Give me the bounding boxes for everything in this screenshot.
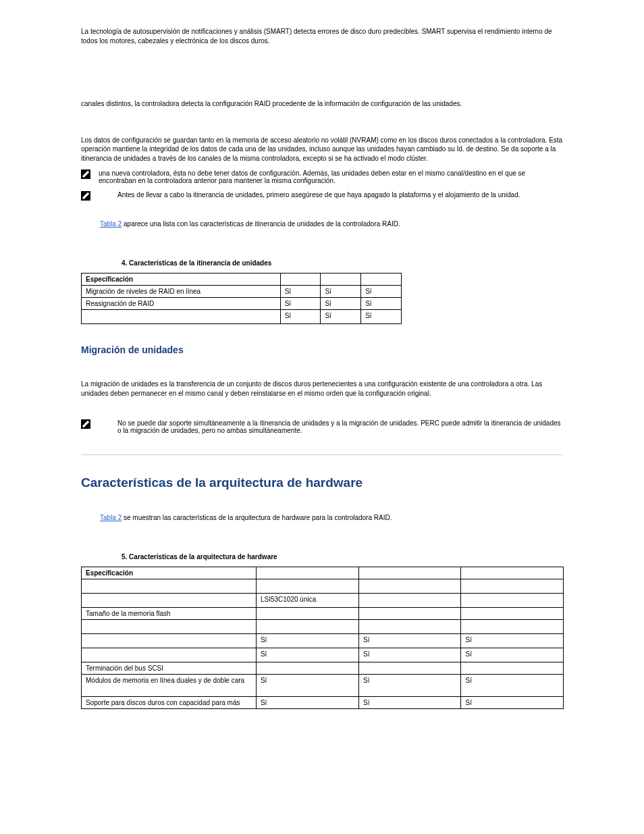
table-row: LSI53C1020 única (82, 594, 564, 608)
table-cell: Sí (461, 675, 564, 697)
spacer (81, 236, 563, 252)
table-cell: LSI53C1020 única (256, 594, 358, 608)
table-cell (358, 620, 461, 634)
table-cell (82, 594, 257, 608)
table-cell: Módulos de memoria en línea duales y de … (82, 675, 257, 697)
table-cell (256, 662, 358, 675)
table-header-row: Especificación (82, 567, 564, 579)
table-cell (82, 620, 257, 634)
table-cell (461, 579, 564, 594)
table-cell (82, 634, 257, 648)
table-header: Especificación (82, 273, 281, 286)
table-hardware: Especificación LSI53C1020 única Tamaño d… (81, 567, 564, 709)
table-cell: Sí (361, 298, 402, 310)
table-header (280, 273, 321, 286)
table1-caption: 4. Características de la itinerancia de … (81, 259, 563, 268)
heading-migration: Migración de unidades (81, 344, 563, 355)
table-cell: Sí (280, 298, 321, 310)
table-cell (256, 608, 358, 620)
table-row: Tamaño de la memoria flash (82, 608, 564, 620)
table-cell: Sí (321, 298, 361, 310)
heading-hardware-arch: Características de la arquitectura de ha… (81, 475, 563, 490)
table-cell (461, 620, 564, 634)
paragraph-config: Los datos de configuración se guardan ta… (81, 136, 563, 163)
paragraph-smart: La tecnología de autosupervisión de noti… (81, 27, 563, 45)
table-cell: Sí (280, 286, 321, 298)
spacer (81, 504, 563, 513)
table-cell: Sí (321, 286, 361, 298)
table-row (82, 620, 564, 634)
note-row-3: No se puede dar soporte simultáneamente … (81, 419, 563, 434)
table-cell: Sí (256, 648, 358, 662)
note-text: una nueva controladora, ésta no debe ten… (99, 170, 563, 184)
table-cell (358, 662, 461, 675)
table-cell: Sí (358, 648, 461, 662)
table-header: Especificación (82, 567, 257, 579)
note-icon (81, 191, 90, 201)
table-cell: Terminación del bus SCSI (82, 662, 257, 675)
table-header (461, 567, 564, 579)
table2-intro: Tabla 2 se muestran las características … (81, 513, 563, 523)
table-cell (358, 608, 461, 620)
table-header-row: Especificación (82, 273, 402, 286)
text: aparece una lista con las característica… (122, 220, 400, 228)
table-cell: Sí (358, 675, 461, 697)
table-cell: Sí (361, 286, 402, 298)
note-icon (81, 170, 90, 179)
table-cell (461, 594, 564, 608)
table-cell: Soporte para discos duros con capacidad … (82, 697, 257, 709)
table-cell (82, 579, 257, 594)
spacer (81, 405, 563, 414)
table-cell: Sí (361, 310, 402, 324)
table-cell: Reasignación de RAID (82, 298, 281, 310)
table-cell: Sí (461, 648, 564, 662)
table-row: Migración de niveles de RAID en línea Sí… (82, 286, 402, 298)
table-cell: Sí (461, 697, 564, 709)
spacer (81, 52, 563, 99)
link-tabla2-b[interactable]: Tabla 2 (100, 514, 122, 521)
table-cell (461, 662, 564, 675)
table-cell: Sí (256, 675, 358, 697)
spacer (81, 207, 563, 219)
note-row-2: Antes de llevar a cabo la itinerancia de… (81, 191, 563, 201)
table-row: Sí Sí Sí (82, 310, 402, 324)
text: se muestran las características de la ar… (122, 514, 392, 521)
table-cell: Sí (280, 310, 321, 324)
table-cell: Sí (358, 697, 461, 709)
table-cell: Sí (256, 634, 358, 648)
table-cell (256, 579, 358, 594)
table-header (321, 273, 361, 286)
paragraph-migration: La migración de unidades es la transfere… (81, 380, 563, 398)
table1-intro: Tabla 2 aparece una lista con las caract… (81, 219, 563, 229)
table-cell (256, 620, 358, 634)
table-cell: Tamaño de la memoria flash (82, 608, 257, 620)
note-row-1: una nueva controladora, ésta no debe ten… (81, 170, 563, 184)
table-header (361, 273, 402, 286)
table-cell (82, 310, 281, 324)
spacer (81, 367, 563, 380)
table-row: Terminación del bus SCSI (82, 662, 564, 675)
link-tabla2-a[interactable]: Tabla 2 (100, 220, 122, 228)
table-cell: Sí (321, 310, 361, 324)
table-cell: Migración de niveles de RAID en línea (82, 286, 281, 298)
separator (81, 454, 563, 455)
table-header (256, 567, 358, 579)
table-cell (358, 579, 461, 594)
table-cell (82, 648, 257, 662)
table-row: Sí Sí Sí (82, 634, 564, 648)
note-text: Antes de llevar a cabo la itinerancia de… (99, 191, 563, 199)
table-cell (461, 608, 564, 620)
table-cell (358, 594, 461, 608)
spacer (81, 529, 563, 546)
table-row (82, 579, 564, 594)
table-row: Reasignación de RAID Sí Sí Sí (82, 298, 402, 310)
table-cell: Sí (256, 697, 358, 709)
paragraph-channels: canales distintos, la controladora detec… (81, 99, 563, 109)
table-roaming: Especificación Migración de niveles de R… (81, 273, 402, 324)
spacer (81, 115, 563, 136)
table-row: Sí Sí Sí (82, 648, 564, 662)
table-cell: Sí (358, 634, 461, 648)
table-row: Soporte para discos duros con capacidad … (82, 697, 564, 709)
note-text: No se puede dar soporte simultáneamente … (99, 419, 563, 434)
table-row: Módulos de memoria en línea duales y de … (82, 675, 564, 697)
